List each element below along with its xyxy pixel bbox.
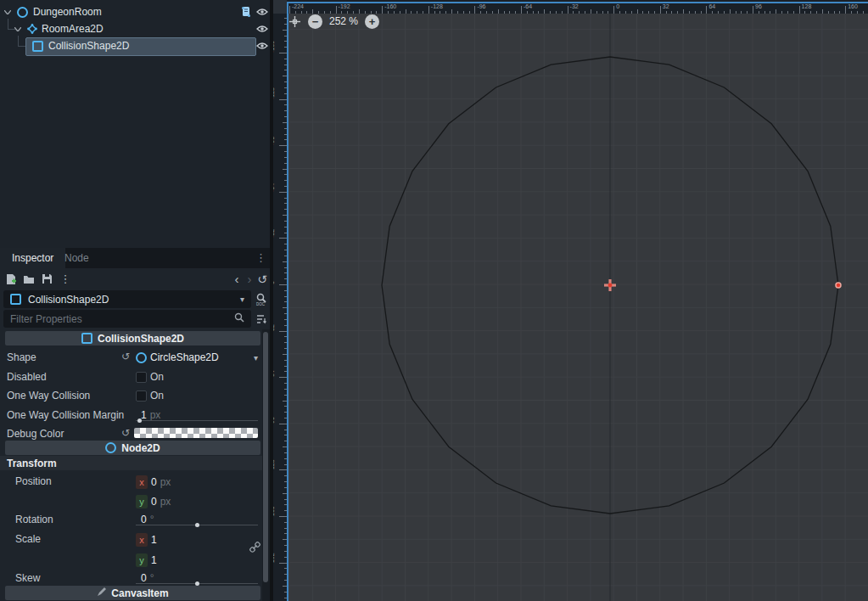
area2d-icon bbox=[27, 24, 37, 34]
viewport-canvas[interactable] bbox=[288, 14, 868, 601]
zoom-in-button[interactable]: + bbox=[365, 14, 379, 29]
ruler-label: 64 bbox=[708, 3, 715, 9]
ruler-label: -128 bbox=[431, 3, 443, 9]
viewport-accent-border-top bbox=[287, 2, 868, 3]
class-header-canvasitem[interactable]: CanvasItem bbox=[5, 586, 260, 600]
open-docs-button[interactable]: DOC bbox=[254, 290, 269, 308]
tab-menu-dots-icon[interactable]: ⋮ bbox=[255, 251, 266, 264]
property-label: Position bbox=[15, 475, 52, 487]
class-header-collisionshape2d[interactable]: CollisionShape2D bbox=[5, 331, 260, 345]
margin-slider[interactable] bbox=[136, 420, 258, 421]
inspector-properties: CollisionShape2D Shape ↺ CircleShape2D ▾… bbox=[0, 329, 270, 601]
toolbar-menu-dots-icon[interactable]: ⋮ bbox=[58, 272, 73, 286]
inspector-scrollbar[interactable] bbox=[262, 329, 270, 601]
ruler-label: -64 bbox=[273, 183, 276, 192]
category-transform[interactable]: Transform bbox=[0, 456, 262, 470]
property-label: One Way Collision Margin bbox=[7, 409, 124, 421]
expand-arrow-icon[interactable] bbox=[3, 8, 12, 16]
ruler-tick bbox=[382, 6, 383, 14]
property-row-one-way-collision-margin: One Way Collision Margin 1 px bbox=[0, 406, 262, 424]
scale-x-field[interactable]: x 1 bbox=[136, 533, 157, 547]
ruler-tick bbox=[568, 6, 568, 14]
property-label: Shape bbox=[7, 351, 36, 363]
tree-row-dungeonroom[interactable]: DungeonRoom bbox=[0, 3, 270, 20]
zoom-percent-button[interactable]: 252 % bbox=[329, 15, 358, 27]
zoom-out-button[interactable]: − bbox=[308, 14, 322, 29]
ruler-tick bbox=[428, 6, 429, 14]
new-resource-icon[interactable] bbox=[3, 272, 19, 286]
tree-row-roomarea2d[interactable]: RoomArea2D bbox=[0, 20, 270, 37]
property-sort-icon[interactable] bbox=[254, 310, 269, 328]
position-x-suffix: px bbox=[160, 476, 171, 488]
slider-handle[interactable] bbox=[137, 418, 142, 423]
collisionshape2d-icon bbox=[81, 333, 92, 344]
skew-slider[interactable] bbox=[136, 583, 258, 584]
rotation-number-field[interactable]: 0 ° bbox=[136, 514, 154, 525]
inspector-tab-bar: Inspector Node ⋮ bbox=[0, 248, 270, 268]
scale-y-field[interactable]: y 1 bbox=[136, 553, 157, 567]
position-y-value: 0 bbox=[151, 496, 157, 508]
tab-node[interactable]: Node bbox=[53, 248, 101, 268]
rotation-slider[interactable] bbox=[136, 525, 258, 525]
history-icon[interactable]: ↺ bbox=[255, 272, 270, 286]
property-label: Skew bbox=[15, 572, 40, 584]
shape-resource-picker[interactable]: CircleShape2D ▾ bbox=[136, 351, 258, 363]
slider-handle[interactable] bbox=[195, 523, 199, 527]
class-header-label: CollisionShape2D bbox=[98, 333, 184, 345]
ruler-tick bbox=[474, 6, 475, 14]
vertical-ruler[interactable]: -160-128-96-64-320326496128160192 bbox=[273, 14, 287, 601]
checkbox-label: On bbox=[150, 390, 164, 402]
scrollbar-handle[interactable] bbox=[263, 332, 268, 582]
center-view-icon[interactable] bbox=[288, 15, 301, 28]
property-label: Debug Color bbox=[7, 428, 64, 440]
ruler-tick bbox=[706, 6, 707, 14]
revert-icon[interactable]: ↺ bbox=[121, 351, 130, 362]
ruler-label: 128 bbox=[273, 460, 276, 470]
visibility-eye-icon[interactable] bbox=[255, 40, 269, 52]
debug-color-swatch[interactable] bbox=[134, 428, 258, 438]
scale-y-value: 1 bbox=[151, 554, 157, 566]
ruler-label: -160 bbox=[384, 3, 396, 9]
ruler-label: 160 bbox=[848, 3, 858, 9]
tree-row-collisionshape2d[interactable]: CollisionShape2D bbox=[0, 37, 270, 54]
2d-viewport[interactable]: -224-192-160-128-96-64-320326496128160 -… bbox=[273, 0, 868, 601]
scale-x-value: 1 bbox=[151, 534, 157, 546]
skew-value: 0 bbox=[141, 572, 147, 584]
load-resource-icon[interactable] bbox=[21, 272, 36, 286]
revert-icon[interactable]: ↺ bbox=[121, 427, 130, 439]
ruler-label: -128 bbox=[273, 87, 276, 99]
visibility-eye-icon[interactable] bbox=[255, 6, 269, 18]
class-header-node2d[interactable]: Node2D bbox=[5, 441, 260, 455]
svg-text:DOC: DOC bbox=[256, 302, 266, 306]
crosshair-center-dot bbox=[608, 284, 613, 288]
tree-node-name: RoomArea2D bbox=[42, 23, 104, 35]
save-resource-icon[interactable] bbox=[39, 272, 54, 286]
radius-handle[interactable] bbox=[836, 283, 841, 288]
category-label: Transform bbox=[7, 458, 57, 469]
script-icon[interactable] bbox=[241, 6, 251, 20]
disabled-checkbox[interactable] bbox=[136, 372, 147, 383]
ruler-label: 32 bbox=[273, 324, 276, 331]
ruler-label: 96 bbox=[273, 417, 276, 424]
position-x-field[interactable]: x 0 px bbox=[136, 475, 171, 489]
ruler-tick bbox=[613, 6, 614, 14]
axis-badge-x: x bbox=[136, 533, 148, 547]
one-way-collision-checkbox[interactable] bbox=[136, 390, 147, 402]
position-y-field[interactable]: y 0 px bbox=[136, 495, 171, 508]
tree-node-name: DungeonRoom bbox=[33, 6, 102, 18]
property-label: Rotation bbox=[15, 514, 53, 525]
skew-number-field[interactable]: 0 ° bbox=[136, 572, 154, 584]
ruler-tick bbox=[799, 6, 800, 14]
property-row-disabled: Disabled On bbox=[0, 368, 262, 386]
axis-badge-y: y bbox=[136, 495, 148, 508]
property-row-scale-y: y 1 bbox=[0, 550, 262, 569]
ruler-tick bbox=[279, 284, 287, 285]
ruler-tick bbox=[521, 6, 522, 14]
property-row-position-x: Position x 0 px bbox=[0, 472, 262, 491]
position-y-suffix: px bbox=[160, 496, 171, 508]
edited-object-selector[interactable]: CollisionShape2D ▾ bbox=[3, 290, 251, 308]
visibility-eye-icon[interactable] bbox=[255, 23, 269, 35]
filter-properties-input[interactable]: Filter Properties bbox=[3, 310, 251, 328]
expand-arrow-icon[interactable] bbox=[14, 25, 22, 33]
property-row-position-y: y 0 px bbox=[0, 491, 262, 510]
